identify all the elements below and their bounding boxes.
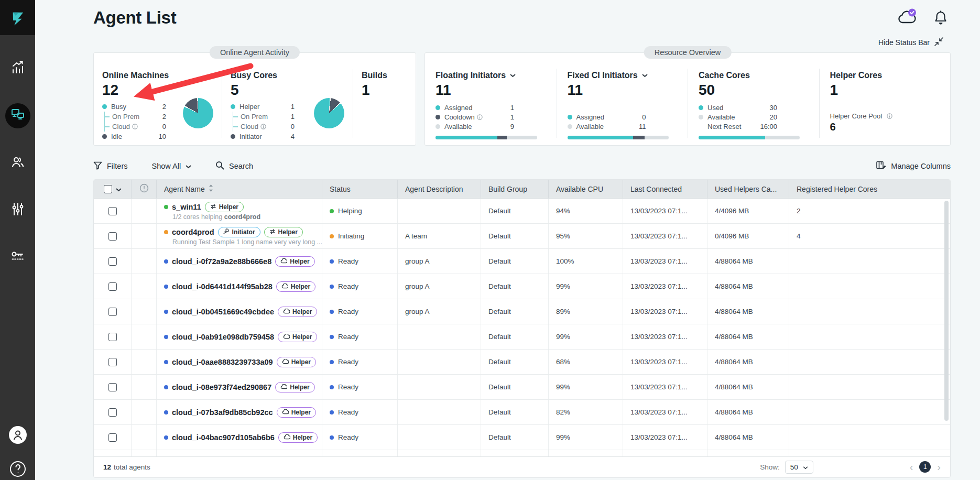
- manage-columns-button[interactable]: Manage Columns: [876, 161, 951, 171]
- cpu-cell: 99%: [549, 324, 623, 349]
- help-button[interactable]: [5, 460, 30, 480]
- page-size-select[interactable]: 50: [785, 461, 813, 474]
- helper-core-pool-value: 6: [830, 121, 945, 133]
- alert-circle-icon: [139, 183, 149, 194]
- builds-stat: Builds 1: [353, 69, 416, 138]
- alert-cell: [132, 249, 157, 274]
- registered-cores-cell: [789, 400, 950, 424]
- row-checkbox[interactable]: [108, 408, 117, 417]
- cloud-status-icon[interactable]: [896, 8, 918, 28]
- table-row[interactable]: coord4prodInitiatorHelperRunning Test Sa…: [94, 224, 950, 249]
- alert-cell: [132, 425, 157, 450]
- status-label: Helping: [338, 207, 362, 215]
- select-all-header[interactable]: [94, 180, 132, 198]
- build-group-cell: Default: [481, 299, 549, 324]
- status-dot: [330, 360, 334, 364]
- table-row[interactable]: cloud_i-0b0451669c49cbdeeHelperReadygrou…: [94, 299, 950, 324]
- agent-name: coord4prod: [172, 228, 214, 236]
- description-cell: group A: [398, 299, 481, 324]
- table-row[interactable]: cloud_i-08e973f74ed290867HelperReadyDefa…: [94, 375, 950, 400]
- sidebar-item-users[interactable]: [5, 150, 30, 176]
- agent-status-dot: [164, 230, 168, 234]
- cpu-cell: 99%: [549, 274, 623, 299]
- table-row[interactable]: cloud_i-0d6441d144f95ab28HelperReadygrou…: [94, 274, 950, 299]
- next-page-button[interactable]: ›: [937, 462, 941, 472]
- performance-chart-icon: [10, 60, 26, 78]
- cpu-cell: 95%: [549, 224, 623, 248]
- sort-icon[interactable]: [209, 184, 213, 193]
- table-scrollbar[interactable]: [944, 201, 949, 421]
- select-all-checkbox[interactable]: [104, 185, 112, 193]
- last-connected-cell: 13/03/2023 07:1...: [623, 400, 707, 424]
- last-connected-cell: 13/03/2023 07:1...: [623, 350, 707, 374]
- row-checkbox[interactable]: [108, 308, 117, 316]
- build-group-cell: Default: [481, 350, 549, 374]
- build-group-cell: Default: [481, 375, 549, 399]
- alert-cell: [132, 199, 157, 223]
- sidebar-item-settings[interactable]: [5, 198, 30, 223]
- status-cell: Ready: [322, 299, 398, 324]
- last-connected-cell: 13/03/2023 07:1...: [623, 224, 707, 248]
- chevron-down-icon: [510, 74, 516, 78]
- build-group-cell: Default: [481, 199, 549, 223]
- row-checkbox[interactable]: [108, 282, 117, 291]
- row-checkbox[interactable]: [108, 383, 117, 391]
- table-row[interactable]: cloud_i-0f72a9a2e88b666e8HelperReadygrou…: [94, 249, 950, 274]
- notifications-bell-icon[interactable]: [934, 9, 948, 28]
- badge-helper: Helper: [278, 332, 317, 342]
- agent-name-cell: s_win11Helper1/2 cores helping coord4pro…: [157, 199, 322, 223]
- total-agents-label: total agents: [114, 463, 150, 471]
- table-row[interactable]: cloud_i-0aae8883239733a09HelperReadyDefa…: [94, 350, 950, 375]
- show-all-dropdown[interactable]: Show All: [151, 162, 191, 170]
- row-checkbox[interactable]: [108, 433, 117, 442]
- sidebar-item-performance[interactable]: [5, 56, 30, 81]
- used-helpers-cell: 4/88064 MB: [707, 350, 789, 374]
- busy-cores-title: Busy Cores: [231, 71, 347, 80]
- status-label: Initiating: [338, 232, 364, 240]
- table-row[interactable]: s_win11Helper1/2 cores helping coord4pro…: [94, 199, 950, 224]
- row-checkbox[interactable]: [108, 232, 117, 241]
- used-helpers-cell: 4/88064 MB: [707, 324, 789, 349]
- chevron-down-icon[interactable]: [116, 185, 122, 193]
- status-dot: [330, 435, 334, 440]
- online-machines-pie: [183, 98, 213, 128]
- sidebar-item-license[interactable]: [5, 245, 30, 270]
- tab-resource-overview: Resource Overview: [644, 46, 732, 59]
- status-dot: [330, 335, 334, 339]
- sidebar-item-agents[interactable]: [5, 103, 30, 128]
- row-checkbox[interactable]: [108, 207, 117, 215]
- user-avatar-button[interactable]: [5, 426, 30, 446]
- table-row[interactable]: cloud_i-07b3af9db85cb92ccHelperReadyDefa…: [94, 400, 950, 425]
- status-dot: [330, 385, 334, 389]
- agent-status-dot: [164, 410, 168, 414]
- status-label: Ready: [338, 282, 358, 290]
- row-checkbox[interactable]: [108, 333, 117, 341]
- badge-helper: Helper: [278, 307, 317, 317]
- floating-initiators-title[interactable]: Floating Initiators: [435, 71, 551, 80]
- search-icon: [215, 161, 224, 171]
- column-header-description: Agent Description: [398, 180, 481, 198]
- current-page[interactable]: 1: [919, 461, 931, 473]
- agent-status-dot: [164, 335, 168, 339]
- badge-helper: Helper: [264, 227, 303, 237]
- fixed-ci-initiators-title[interactable]: Fixed CI Initiators: [568, 71, 683, 80]
- badge-helper: Helper: [278, 432, 318, 443]
- registered-cores-cell: [789, 425, 950, 450]
- search-button[interactable]: Search: [215, 161, 253, 171]
- alert-cell: [132, 274, 157, 299]
- hide-status-bar-button[interactable]: Hide Status Bar: [878, 37, 943, 48]
- agent-name: s_win11: [172, 203, 201, 211]
- column-header-agent-name[interactable]: Agent Name: [157, 180, 322, 198]
- prev-page-button[interactable]: ‹: [910, 462, 913, 472]
- row-checkbox[interactable]: [108, 257, 117, 266]
- description-cell: group A: [398, 249, 481, 274]
- status-dot: [330, 310, 334, 314]
- used-helpers-cell: 4/88064 MB: [707, 299, 789, 324]
- incredibuild-logo[interactable]: [0, 0, 35, 35]
- table-row[interactable]: cloud_i-0ab91e098db759458HelperReadyDefa…: [94, 324, 950, 350]
- filters-button[interactable]: Filters: [93, 161, 127, 171]
- row-checkbox[interactable]: [108, 358, 117, 366]
- build-group-cell: Default: [481, 249, 549, 274]
- cpu-cell: 100%: [549, 249, 623, 274]
- table-row[interactable]: cloud_i-04bac907d105ab6b6HelperReadyDefa…: [94, 425, 950, 450]
